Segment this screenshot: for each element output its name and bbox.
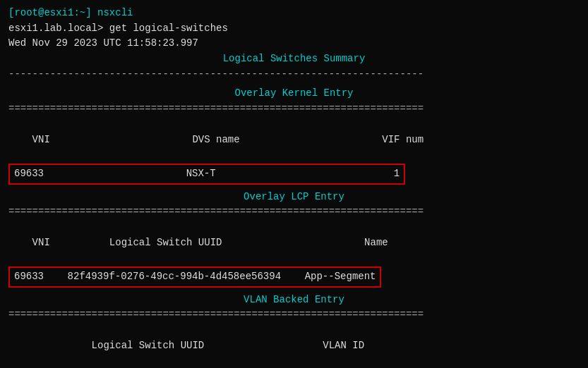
vlan-backed-headers: Logical Switch UUID VLAN ID xyxy=(8,323,580,368)
overlay-lcp-title: Overlay LCP Entry xyxy=(8,190,580,205)
main-title: Logical Switches Summary xyxy=(8,51,580,67)
vlan-backed-title: VLAN Backed Entry xyxy=(8,293,580,308)
overlay-kernel-headers: VNI DVS name VIF num xyxy=(8,117,580,163)
root-prompt-line: [root@esxi1:~] nsxcli xyxy=(8,6,580,21)
eq-separator-2: ========================================… xyxy=(8,204,580,220)
terminal-window: [root@esxi1:~] nsxcli esxi1.lab.local> g… xyxy=(8,6,580,368)
timestamp-line: Wed Nov 29 2023 UTC 11:58:23.997 xyxy=(8,36,580,51)
overlay-lcp-headers: VNI Logical Switch UUID Name xyxy=(8,220,580,266)
eq-separator-3: ========================================… xyxy=(8,307,580,323)
overlay-lcp-row: 69633 82f4939f-0276-49cc-994b-4d458ee563… xyxy=(8,266,381,288)
command-line: esxi1.lab.local> get logical-switches xyxy=(8,21,580,37)
overlay-kernel-title: Overlay Kernel Entry xyxy=(8,86,580,102)
overlay-lcp-row-container: 69633 82f4939f-0276-49cc-994b-4d458ee563… xyxy=(8,266,580,288)
dash-separator-1: ----------------------------------------… xyxy=(8,67,580,82)
overlay-kernel-row: 69633 NSX-T 1 xyxy=(8,164,405,185)
eq-separator-1: ========================================… xyxy=(8,102,580,117)
overlay-kernel-row-container: 69633 NSX-T 1 xyxy=(8,163,580,185)
